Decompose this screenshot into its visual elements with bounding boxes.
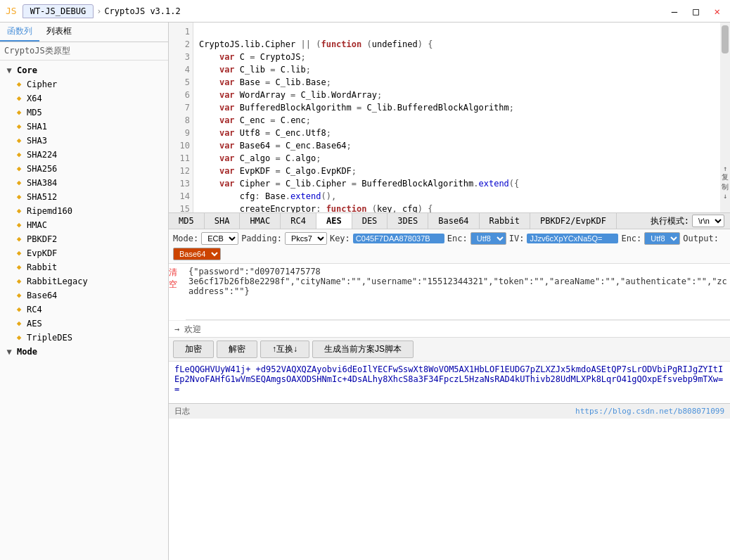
- generate-button[interactable]: 生成当前方案JS脚本: [312, 341, 414, 358]
- padding-select[interactable]: Pkcs7: [285, 232, 327, 245]
- tab-md5[interactable]: MD5: [169, 213, 205, 229]
- iv-label: IV:: [509, 234, 525, 243]
- output-label: Output:: [683, 234, 719, 243]
- input-textarea[interactable]: [186, 264, 730, 320]
- tree-item-base64[interactable]: ◆Base64: [0, 288, 168, 303]
- line-num-12: 12: [169, 165, 193, 177]
- item-icon: ◆: [14, 331, 24, 344]
- item-icon: ◆: [14, 163, 24, 175]
- tree-item-x64[interactable]: ◆X64: [0, 91, 168, 106]
- padding-label: Padding:: [241, 234, 282, 243]
- line-numbers: 1 2 3 4 5 6 7 8 9 10 11 12 13 14 15 16 1…: [169, 23, 193, 212]
- iv-input[interactable]: [527, 234, 618, 243]
- tab-sha[interactable]: SHA: [205, 213, 241, 229]
- item-icon: ◆: [14, 205, 24, 217]
- tree-item-sha3[interactable]: ◆SHA3: [0, 134, 168, 148]
- tree-item-hmac[interactable]: ◆HMAC: [0, 218, 168, 232]
- tree-item-sha224[interactable]: ◆SHA224: [0, 148, 168, 162]
- line-num-2: 2: [169, 38, 193, 51]
- status-link[interactable]: https://blog.csdn.net/b808071099: [575, 407, 724, 416]
- clear-side: 清空: [169, 264, 186, 320]
- code-area: 1 2 3 4 5 6 7 8 9 10 11 12 13 14 15 16 1…: [169, 23, 730, 212]
- item-icon: ◆: [14, 134, 24, 147]
- decrypt-button[interactable]: 解密: [217, 341, 257, 358]
- welcome-text: → 欢迎: [174, 324, 201, 334]
- tab-pbkdf2[interactable]: PBKDF2/EvpKDF: [530, 213, 617, 229]
- tree-item-cipher[interactable]: ◆Cipher: [0, 77, 168, 91]
- maximize-button[interactable]: □: [689, 4, 703, 18]
- log-label[interactable]: 日志: [174, 406, 190, 416]
- folder-mode-icon: ▼: [4, 345, 14, 358]
- line-num-3: 3: [169, 51, 193, 63]
- item-icon: ◆: [14, 78, 24, 91]
- clear-button[interactable]: 清空: [169, 267, 183, 291]
- item-icon: ◆: [14, 177, 24, 189]
- title-bar-tabs: WT-JS_DEBUG › CryptoJS v3.1.2: [23, 4, 181, 18]
- section-mode-label: Mode: [17, 345, 37, 358]
- close-button[interactable]: ✕: [710, 4, 724, 18]
- item-icon: ◆: [14, 289, 24, 302]
- minimize-button[interactable]: —: [667, 4, 681, 18]
- tree-item-ripemd160[interactable]: ◆Ripemd160: [0, 204, 168, 218]
- right-panel: 1 2 3 4 5 6 7 8 9 10 11 12 13 14 15 16 1…: [169, 23, 730, 560]
- item-icon: ◆: [14, 275, 24, 288]
- tree-section-core[interactable]: ▼ Core: [0, 63, 168, 77]
- tab-3des[interactable]: 3DES: [388, 213, 428, 229]
- tab-des[interactable]: DES: [352, 213, 388, 229]
- enc-label: Enc:: [447, 234, 468, 243]
- enc2-select[interactable]: Utf8: [644, 232, 680, 245]
- enc-select[interactable]: Utf8: [470, 232, 506, 245]
- tree-item-md5[interactable]: ◆MD5: [0, 106, 168, 120]
- tree-item-rabbit[interactable]: ◆Rabbit: [0, 260, 168, 274]
- tree-item-evpkdf[interactable]: ◆EvpKDF: [0, 246, 168, 260]
- main-container: 函数列 列表框 CryptoJS类原型 ▼ Core ◆Cipher ◆X64 …: [0, 23, 730, 560]
- tree-item-pbkdf2[interactable]: ◆PBKDF2: [0, 232, 168, 246]
- mode-select[interactable]: ECB: [201, 232, 238, 245]
- tree-section-mode[interactable]: ▼ Mode: [0, 345, 168, 359]
- title-bar: JS WT-JS_DEBUG › CryptoJS v3.1.2 — □ ✕: [0, 0, 730, 23]
- item-icon: ◆: [14, 233, 24, 246]
- exec-mode-area: 执行模式: \r\n: [645, 213, 730, 229]
- left-panel: 函数列 列表框 CryptoJS类原型 ▼ Core ◆Cipher ◆X64 …: [0, 23, 169, 560]
- item-icon: ◆: [14, 120, 24, 133]
- tree-item-rabbitlegacy[interactable]: ◆RabbitLegacy: [0, 274, 168, 288]
- type-label: CryptoJS类原型: [0, 42, 168, 61]
- code-scrollbar[interactable]: ↑复制↓: [720, 23, 730, 212]
- bottom-tabs: MD5 SHA HMAC RC4 AES DES 3DES Base64 Rab…: [169, 212, 730, 229]
- tab-table[interactable]: 列表框: [39, 23, 79, 42]
- tab-wt-debug[interactable]: WT-JS_DEBUG: [23, 4, 94, 18]
- tab-hmac[interactable]: HMAC: [240, 213, 281, 229]
- tab-base64[interactable]: Base64: [428, 213, 479, 229]
- tree-item-sha512[interactable]: ◆SHA512: [0, 190, 168, 204]
- output-select[interactable]: Base64: [173, 248, 221, 260]
- tree-item-tripledes[interactable]: ◆TripleDES: [0, 331, 168, 345]
- tree-item-sha384[interactable]: ◆SHA384: [0, 176, 168, 190]
- tree-item-rc4[interactable]: ◆RC4: [0, 303, 168, 317]
- line-num-13: 13: [169, 177, 193, 190]
- tab-cryptojs[interactable]: CryptoJS v3.1.2: [104, 6, 180, 16]
- copy-label[interactable]: ↑复制↓: [722, 165, 729, 200]
- line-num-9: 9: [169, 127, 193, 139]
- tree-container: ▼ Core ◆Cipher ◆X64 ◆MD5 ◆SHA1 ◆SHA3 ◆SH…: [0, 61, 168, 560]
- welcome-area: → 欢迎: [169, 320, 730, 337]
- code-editor[interactable]: CryptoJS.lib.Cipher || (function (undefi…: [193, 23, 720, 212]
- line-num-5: 5: [169, 76, 193, 89]
- config-row: Mode: ECB Padding: Pkcs7 Key: Enc: Utf8 …: [169, 229, 730, 264]
- exec-mode-label: 执行模式:: [651, 215, 689, 227]
- item-icon: ◆: [14, 261, 24, 274]
- tree-item-aes[interactable]: ◆AES: [0, 317, 168, 331]
- encrypt-button[interactable]: 加密: [173, 341, 214, 358]
- tab-rc4[interactable]: RC4: [281, 213, 316, 229]
- exchange-button[interactable]: ↑互换↓: [260, 341, 309, 358]
- tree-item-sha256[interactable]: ◆SHA256: [0, 162, 168, 176]
- enc2-label: Enc:: [621, 234, 641, 243]
- left-tabs: 函数列 列表框: [0, 23, 168, 42]
- tab-function-list[interactable]: 函数列: [0, 23, 39, 42]
- item-icon: ◆: [14, 106, 24, 119]
- key-input[interactable]: [353, 234, 444, 243]
- line-num-8: 8: [169, 114, 193, 127]
- tab-aes[interactable]: AES: [316, 213, 352, 229]
- exec-mode-select[interactable]: \r\n: [692, 215, 724, 227]
- tree-item-sha1[interactable]: ◆SHA1: [0, 120, 168, 134]
- tab-rabbit[interactable]: Rabbit: [480, 213, 530, 229]
